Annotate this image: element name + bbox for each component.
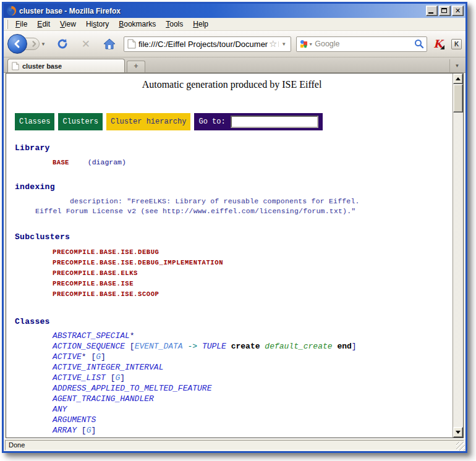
subcluster-link[interactable]: PRECOMPILE.BASE.ISE.DEBUG xyxy=(53,247,453,258)
page-icon xyxy=(127,39,136,49)
url-dropdown-caret[interactable]: ▼ xyxy=(278,41,289,47)
menu-item-view[interactable]: View xyxy=(55,19,81,30)
clusters-button[interactable]: Clusters xyxy=(58,113,103,130)
nav-toolbar: ▼ ✕ ☆ ▼ xyxy=(4,31,465,57)
subcluster-link[interactable]: PRECOMPILE.BASE.ISE.SCOOP xyxy=(53,289,453,300)
search-engine-caret[interactable]: ▼ xyxy=(308,42,313,46)
minimize-icon xyxy=(428,12,433,14)
menu-item-edit[interactable]: Edit xyxy=(32,19,55,30)
google-logo-icon xyxy=(299,40,308,48)
goto-input[interactable] xyxy=(231,116,318,128)
class-entry[interactable]: ANY xyxy=(53,404,453,415)
search-box[interactable]: ▼ xyxy=(296,36,427,52)
class-entry[interactable]: AGENT_TRACING_HANDLER xyxy=(53,394,453,404)
home-icon xyxy=(103,38,116,49)
library-entry: BASE (diagram) xyxy=(53,158,453,166)
search-input[interactable] xyxy=(315,40,414,48)
class-entry[interactable]: ACTIVE* [G] xyxy=(53,352,453,362)
generation-banner: Automatic generation produced by ISE Eif… xyxy=(11,79,453,90)
goto-label: Go to: xyxy=(198,117,225,126)
library-heading: Library xyxy=(15,143,453,153)
menu-item-history[interactable]: History xyxy=(81,19,114,30)
class-entry[interactable]: ARRAY [G] xyxy=(53,425,453,436)
menu-item-help[interactable]: Help xyxy=(188,19,213,30)
scroll-up-button[interactable] xyxy=(453,74,463,84)
minimize-button[interactable] xyxy=(426,6,438,16)
subcluster-link[interactable]: PRECOMPILE.BASE.ISE.DEBUG_IMPLEMENTATION xyxy=(53,258,453,268)
class-entry[interactable]: ARRAY2 [G] xyxy=(53,436,453,438)
maximize-button[interactable] xyxy=(439,6,451,16)
scroll-down-icon xyxy=(456,431,461,434)
home-button[interactable] xyxy=(103,36,116,51)
base-cluster-link[interactable]: BASE xyxy=(53,159,69,166)
status-text: Done xyxy=(5,440,464,450)
bookmark-star-icon[interactable]: ☆ xyxy=(269,38,277,49)
tab-page-icon xyxy=(12,62,19,70)
maximize-icon xyxy=(441,8,447,13)
resize-grip[interactable] xyxy=(456,442,465,450)
screenshot-root: cluster base - Mozilla Firefox ✕ FileEdi… xyxy=(0,0,476,461)
classes-list: ABSTRACT_SPECIAL*ACTION_SEQUENCE [EVENT_… xyxy=(53,331,453,438)
search-magnifier-icon[interactable] xyxy=(414,39,424,49)
class-entry[interactable]: ACTION_SEQUENCE [EVENT_DATA -> TUPLE cre… xyxy=(53,341,453,352)
menu-grip[interactable] xyxy=(6,20,8,29)
new-tab-button[interactable]: + xyxy=(127,61,145,72)
subcluster-link[interactable]: PRECOMPILE.BASE.ELKS xyxy=(53,268,453,279)
reload-button[interactable] xyxy=(56,36,69,51)
url-input[interactable] xyxy=(138,40,268,49)
page-nav-buttons: Classes Clusters Cluster hierarchy Go to… xyxy=(15,113,453,130)
subclusters-heading: Subclusters xyxy=(15,232,453,242)
subcluster-link[interactable]: PRECOMPILE.BASE.ISE xyxy=(53,279,453,289)
menu-bar: FileEditViewHistoryBookmarksToolsHelp xyxy=(4,18,465,31)
stop-button[interactable]: ✕ xyxy=(79,36,93,51)
k-extension-button[interactable]: K xyxy=(451,39,462,49)
menu-item-tools[interactable]: Tools xyxy=(161,19,188,30)
diagram-link[interactable]: (diagram) xyxy=(88,158,126,166)
content-frame: Automatic generation produced by ISE Eif… xyxy=(6,73,464,438)
menu-item-bookmarks[interactable]: Bookmarks xyxy=(114,19,161,30)
vertical-scrollbar[interactable] xyxy=(453,74,463,438)
tab-label: cluster base xyxy=(22,62,62,70)
classes-button[interactable]: Classes xyxy=(15,113,54,130)
indexing-heading: indexing xyxy=(15,182,453,192)
history-dropdown-caret[interactable]: ▼ xyxy=(41,41,46,47)
firefox-window: cluster base - Mozilla Firefox ✕ FileEdi… xyxy=(2,2,467,453)
cluster-hierarchy-button[interactable]: Cluster hierarchy xyxy=(106,113,190,130)
classes-heading: Classes xyxy=(15,317,453,326)
window-title: cluster base - Mozilla Firefox xyxy=(19,7,425,15)
tab-cluster-base[interactable]: cluster base xyxy=(7,59,125,72)
keyhole-nav: ▼ xyxy=(7,34,46,54)
back-arrow-icon xyxy=(12,39,22,49)
page-content: Automatic generation produced by ISE Eif… xyxy=(6,74,453,438)
close-button[interactable]: ✕ xyxy=(452,6,464,16)
tab-strip: cluster base + ▼ xyxy=(4,57,465,73)
class-entry[interactable]: ADDRESS_APPLIED_TO_MELTED_FEATURE xyxy=(53,383,453,394)
status-bar: Done xyxy=(4,438,465,451)
scroll-down-button[interactable] xyxy=(453,427,463,438)
class-entry[interactable]: ABSTRACT_SPECIAL* xyxy=(53,331,453,341)
back-button[interactable] xyxy=(7,34,27,54)
class-entry[interactable]: ACTIVE_INTEGER_INTERVAL xyxy=(53,362,453,373)
menu-item-file[interactable]: File xyxy=(11,19,32,30)
scrollbar-track[interactable] xyxy=(453,112,463,427)
class-entry[interactable]: ACTIVE_LIST [G] xyxy=(53,373,453,383)
goto-box: Go to: xyxy=(194,113,322,130)
stop-icon: ✕ xyxy=(82,39,90,49)
indexing-description-line1: description: "FreeELKS: Library of reusa… xyxy=(70,197,453,205)
firefox-icon xyxy=(6,6,17,16)
scroll-up-icon xyxy=(456,77,461,80)
reload-icon xyxy=(56,38,69,50)
class-entry[interactable]: ARGUMENTS xyxy=(53,415,453,425)
tab-list-dropdown-button[interactable]: ▼ xyxy=(449,59,464,72)
address-bar[interactable]: ☆ ▼ xyxy=(124,36,291,52)
indexing-description-line2: Eiffel Forum License v2 (see http://www.… xyxy=(35,207,453,215)
subclusters-list: PRECOMPILE.BASE.ISE.DEBUGPRECOMPILE.BASE… xyxy=(53,247,453,300)
title-bar: cluster base - Mozilla Firefox ✕ xyxy=(4,4,465,18)
close-icon: ✕ xyxy=(453,6,463,15)
kaspersky-icon[interactable]: K xyxy=(433,39,443,49)
forward-arrow-icon xyxy=(30,40,38,48)
scrollbar-thumb[interactable] xyxy=(453,84,463,112)
